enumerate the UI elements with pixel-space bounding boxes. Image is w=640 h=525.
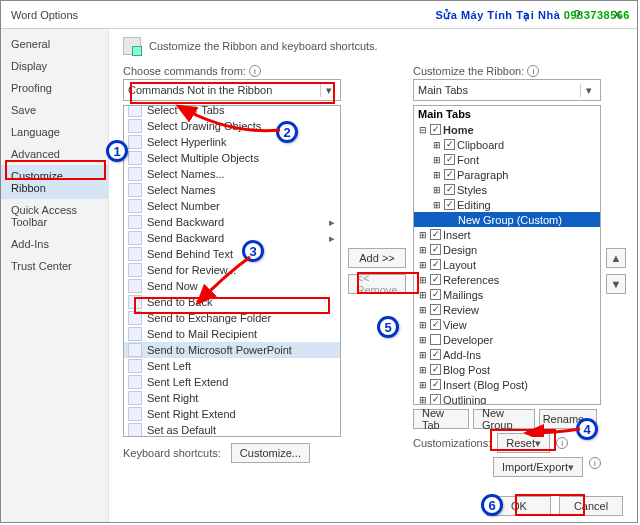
keyboard-shortcuts-label: Keyboard shortcuts: (123, 447, 221, 459)
checkbox[interactable]: ✓ (430, 124, 441, 135)
tree-item[interactable]: ⊞✓Outlining (414, 392, 600, 404)
tree-toggle-icon: ⊞ (418, 230, 428, 240)
command-item[interactable]: Send to Exchange Folder (124, 310, 340, 326)
import-export-button[interactable]: Import/Export (493, 457, 583, 477)
command-item[interactable]: Send Now (124, 278, 340, 294)
tree-item[interactable]: ⊞✓Design (414, 242, 600, 257)
tree-item[interactable]: ⊟✓Home (414, 122, 600, 137)
checkbox[interactable]: ✓ (430, 244, 441, 255)
tree-item[interactable]: ⊞✓Styles (414, 182, 600, 197)
command-icon (128, 183, 142, 197)
sidebar-item-advanced[interactable]: Advanced (1, 143, 108, 165)
checkbox[interactable]: ✓ (430, 289, 441, 300)
checkbox[interactable] (430, 334, 441, 345)
checkbox[interactable]: ✓ (444, 169, 455, 180)
tree-item[interactable]: New Group (Custom) (414, 212, 600, 227)
new-tab-button[interactable]: New Tab (413, 409, 469, 429)
checkbox[interactable]: ✓ (430, 319, 441, 330)
tree-item[interactable]: ⊞✓Review (414, 302, 600, 317)
tree-item[interactable]: ⊞✓Mailings (414, 287, 600, 302)
command-item[interactable]: Send to Mail Recipient (124, 326, 340, 342)
checkbox[interactable]: ✓ (444, 154, 455, 165)
command-icon (128, 119, 142, 133)
command-item[interactable]: Set as Default (124, 422, 340, 436)
tree-item[interactable]: ⊞✓Editing (414, 197, 600, 212)
rename-button[interactable]: Rename... (539, 409, 597, 429)
move-up-button[interactable]: ▲ (606, 248, 626, 268)
customize-ribbon-combo[interactable]: Main Tabs▾ (413, 79, 601, 101)
tree-toggle-icon: ⊞ (418, 245, 428, 255)
ok-button[interactable]: OK (487, 496, 551, 516)
tree-item[interactable]: ⊞✓Insert (414, 227, 600, 242)
sidebar-item-trust-center[interactable]: Trust Center (1, 255, 108, 277)
tree-item[interactable]: ⊞✓Clipboard (414, 137, 600, 152)
sidebar-item-quick-access-toolbar[interactable]: Quick Access Toolbar (1, 199, 108, 233)
checkbox[interactable]: ✓ (444, 184, 455, 195)
sidebar-item-add-ins[interactable]: Add-Ins (1, 233, 108, 255)
command-item[interactable]: Select Names (124, 182, 340, 198)
ribbon-icon (123, 37, 141, 55)
checkbox[interactable]: ✓ (430, 364, 441, 375)
checkbox[interactable]: ✓ (430, 304, 441, 315)
command-item[interactable]: Sent Left Extend (124, 374, 340, 390)
checkbox[interactable]: ✓ (444, 139, 455, 150)
checkbox[interactable]: ✓ (430, 394, 441, 404)
command-item[interactable]: Send Backward▸ (124, 214, 340, 230)
tree-header: Main Tabs (414, 106, 600, 122)
command-item[interactable]: Sent Right Extend (124, 406, 340, 422)
sidebar-item-display[interactable]: Display (1, 55, 108, 77)
add-button[interactable]: Add >> (348, 248, 406, 268)
tree-item[interactable]: ⊞✓Font (414, 152, 600, 167)
checkbox[interactable]: ✓ (444, 199, 455, 210)
customize-keyboard-button[interactable]: Customize... (231, 443, 310, 463)
new-group-button[interactable]: New Group (473, 409, 535, 429)
command-item[interactable]: Select Names... (124, 166, 340, 182)
sidebar-item-customize-ribbon[interactable]: Customize Ribbon (1, 165, 108, 199)
remove-button[interactable]: << Remove (348, 274, 406, 294)
command-item[interactable]: Select Drawing Objects (124, 118, 340, 134)
checkbox[interactable]: ✓ (430, 229, 441, 240)
page-title: Customize the Ribbon and keyboard shortc… (149, 40, 378, 52)
command-item[interactable]: Sent Right (124, 390, 340, 406)
checkbox[interactable]: ✓ (430, 259, 441, 270)
command-icon (128, 151, 142, 165)
reset-button[interactable]: Reset (497, 433, 550, 453)
help-button[interactable]: ? (557, 1, 597, 29)
command-item[interactable]: Sent Left (124, 358, 340, 374)
tree-toggle-icon: ⊞ (418, 290, 428, 300)
customizations-label: Customizations: (413, 437, 491, 449)
sidebar-item-language[interactable]: Language (1, 121, 108, 143)
tree-item[interactable]: ⊞Developer (414, 332, 600, 347)
commands-listbox[interactable]: Select Cur TabsSelect Drawing ObjectsSel… (123, 105, 341, 437)
tree-toggle-icon: ⊞ (418, 380, 428, 390)
command-item[interactable]: Select Number (124, 198, 340, 214)
command-item[interactable]: Select Hyperlink (124, 134, 340, 150)
close-button[interactable]: ✕ (597, 1, 637, 29)
checkbox[interactable]: ✓ (430, 349, 441, 360)
checkbox[interactable]: ✓ (430, 379, 441, 390)
command-item[interactable]: Send to Back (124, 294, 340, 310)
tree-item[interactable]: ⊞✓References (414, 272, 600, 287)
command-item[interactable]: Select Multiple Objects (124, 150, 340, 166)
move-down-button[interactable]: ▼ (606, 274, 626, 294)
sidebar-item-general[interactable]: General (1, 33, 108, 55)
ribbon-tree[interactable]: Main Tabs⊟✓Home⊞✓Clipboard⊞✓Font⊞✓Paragr… (413, 105, 601, 405)
tree-item[interactable]: ⊞✓Blog Post (414, 362, 600, 377)
tree-item[interactable]: ⊞✓Add-Ins (414, 347, 600, 362)
command-item[interactable]: Send Behind Text (124, 246, 340, 262)
tree-item[interactable]: ⊞✓Layout (414, 257, 600, 272)
command-item[interactable]: Send for Review... (124, 262, 340, 278)
sidebar-item-proofing[interactable]: Proofing (1, 77, 108, 99)
tree-item[interactable]: ⊞✓Paragraph (414, 167, 600, 182)
command-item[interactable]: Send to Microsoft PowerPoint (124, 342, 340, 358)
tree-toggle-icon: ⊞ (432, 155, 442, 165)
command-item[interactable]: Select Cur Tabs (124, 106, 340, 118)
sidebar-item-save[interactable]: Save (1, 99, 108, 121)
tree-toggle-icon: ⊞ (418, 260, 428, 270)
choose-commands-combo[interactable]: Commands Not in the Ribbon▾ (123, 79, 341, 101)
command-item[interactable]: Send Backward▸ (124, 230, 340, 246)
tree-item[interactable]: ⊞✓View (414, 317, 600, 332)
cancel-button[interactable]: Cancel (559, 496, 623, 516)
tree-item[interactable]: ⊞✓Insert (Blog Post) (414, 377, 600, 392)
checkbox[interactable]: ✓ (430, 274, 441, 285)
